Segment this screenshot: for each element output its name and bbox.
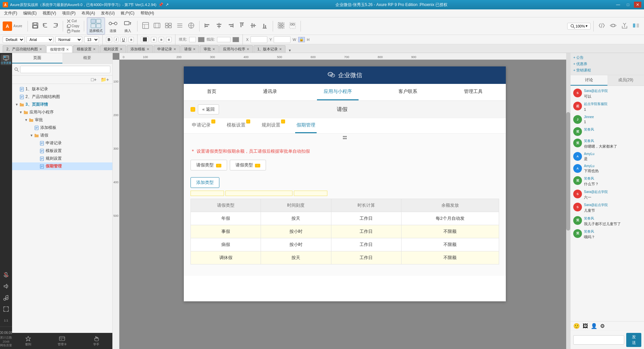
tab-version-record[interactable]: 1、版本记录 ✕ [254,45,285,53]
nav-customers[interactable]: 客户联系 [392,84,424,100]
tabs-more-btn[interactable]: ▾ [286,48,293,53]
send-btn[interactable]: 发送 [626,333,641,347]
copy-btn[interactable]: Copy [66,24,81,29]
align-bottom[interactable] [259,20,270,32]
tree-item-template-settings[interactable]: 模板设置 [12,147,112,155]
new-folder-btn[interactable]: 📁+ [99,76,110,83]
align-top[interactable] [236,20,247,32]
nav-home[interactable]: 首页 [200,84,223,100]
tab-close[interactable]: ✕ [212,47,215,51]
toolbar-icon-1[interactable] [140,20,151,32]
lock-icon[interactable]: 🔒 [298,37,305,42]
tab-close[interactable]: ✕ [39,47,42,51]
nav-contacts[interactable]: 通讯录 [256,84,284,100]
tree-item-product[interactable]: 2、产品功能结构图 [12,93,112,101]
fill-color-box2[interactable] [198,37,205,42]
tree-item-rule-settings[interactable]: 规则设置 [12,155,112,162]
tab-close[interactable]: ✕ [173,47,176,51]
pin-icon[interactable]: 📌 [158,2,163,7]
font-size-dropdown[interactable]: 13 [84,36,99,43]
scrollbar-vertical[interactable] [566,53,570,349]
tab-close[interactable]: ✕ [66,48,69,51]
sidebar-tab-pages[interactable]: 页面 [12,53,62,63]
align-right[interactable] [225,20,236,32]
y-input[interactable] [274,36,290,43]
tab-rule-settings[interactable]: 规则设置 ✕ [100,45,126,53]
nav-admin[interactable]: 管理工具 [457,84,489,100]
emoji-btn[interactable]: 🙂 [573,323,580,329]
style-dropdown[interactable]: Default [3,36,24,43]
right-tab-members[interactable]: 成员(29) [607,75,644,86]
tab-app-miniprogram[interactable]: 应用与小程序 ✕ [219,45,253,53]
tool-card[interactable]: 管理卡 [58,336,67,347]
sub-tab-templates[interactable]: 模板设置 ⚡ [225,118,247,133]
tab-close[interactable]: ✕ [147,47,149,51]
tab-close[interactable]: ✕ [93,47,96,51]
fill-color-box[interactable] [189,37,196,42]
paste-btn[interactable]: Paste [66,29,81,34]
sub-tab-holiday[interactable]: 假期管理 [295,118,317,133]
sub-tab-rules[interactable]: 规则设置 ⚡ [260,118,282,133]
drag-handle-icon[interactable] [341,136,348,140]
zoom-indicator[interactable]: 100% ▾ [567,23,591,30]
tree-item-version[interactable]: 1、版本记录 [12,85,112,93]
tab-holiday-mgmt[interactable]: 假期管理 ✕ [46,46,72,53]
align-center-h[interactable] [214,20,224,32]
list-btn[interactable]: ≡ [128,37,134,42]
back-button[interactable]: « 返回 [198,104,219,114]
tool-hand[interactable]: 学手 [93,336,99,347]
chat-input[interactable] [573,335,624,345]
cut-btn[interactable]: Cut [66,19,81,23]
tab-template-settings[interactable]: 模板设置 ✕ [73,45,99,53]
minimize-btn[interactable]: — [614,2,622,8]
line-style-box[interactable] [217,37,230,42]
tree-item-holiday-mgmt[interactable]: 假期管理 [12,162,112,170]
person-btn[interactable]: 👤 [591,323,597,329]
menu-file[interactable]: 文件(F) [1,10,20,17]
restore-btn[interactable]: □ [625,2,631,8]
tab-product-structure[interactable]: 2、产品功能结构图 ✕ [3,45,46,53]
tab-leave-request[interactable]: 申请记录 ✕ [154,45,180,53]
tool-scale[interactable]: 1:1 [1,315,11,326]
sidebar-tab-outline[interactable]: 概要 [62,53,113,63]
underline-btn[interactable]: U [120,37,126,42]
menu-project[interactable]: 项目(P) [59,10,78,17]
tab-close[interactable]: ✕ [193,47,196,51]
italic-btn[interactable]: I [114,37,118,42]
align-left[interactable] [202,20,213,32]
close-btn[interactable]: ✕ [634,2,641,8]
nav-apps[interactable]: 应用与小程序 [317,84,359,100]
course-link[interactable]: + 营销课程 [573,67,641,73]
menu-publish[interactable]: 发布(U) [98,10,117,17]
tab-add-template[interactable]: 添加模板 ✕ [127,45,153,53]
tool-signin[interactable]: 签到 [25,336,31,347]
line-color-box[interactable] [232,37,239,42]
share-btn[interactable] [619,20,630,32]
group-btn[interactable] [276,20,286,32]
type-btn-2[interactable]: 请假类型 ⚡ [230,160,266,170]
menu-help[interactable]: 帮助(H) [138,10,157,17]
menu-account[interactable]: 账户(C) [118,10,137,17]
redo-btn[interactable] [51,21,60,31]
toolbar-icon-3[interactable] [163,20,174,32]
bold-btn[interactable]: B [106,37,112,42]
select-mode-btn[interactable]: 选择模式 [87,17,105,35]
ungroup-btn[interactable] [287,20,298,32]
insert-btn[interactable]: 插入 [121,18,135,34]
toolbar-icon-2[interactable] [152,20,162,32]
tree-item-app-mini[interactable]: ▼ 应用与小程序 [12,108,112,116]
text-style-dropdown[interactable]: Normal [55,36,82,43]
preview-btn[interactable] [608,20,619,32]
tree-item-leave-folder[interactable]: ▼ 请假 [12,132,112,139]
tab-close[interactable]: ✕ [120,47,122,51]
tree-item-leave-request[interactable]: 申请记录 [12,139,112,147]
type-btn-1[interactable]: 请假类型 ⚡ [191,160,227,170]
tab-leave[interactable]: 请假 ✕ [180,45,199,53]
toolbar-icon-4[interactable] [174,20,185,32]
scrollbar-thumb[interactable] [566,112,570,231]
tab-close[interactable]: ✕ [279,47,282,51]
undo-btn[interactable] [41,21,50,31]
font-dropdown[interactable]: Arial [26,36,53,43]
gear-btn[interactable]: ⚙ [600,323,605,329]
external-icon[interactable]: ↗ [165,2,169,7]
